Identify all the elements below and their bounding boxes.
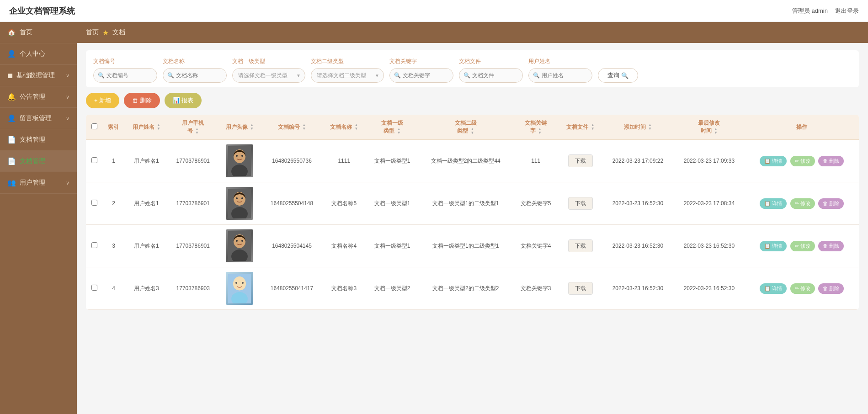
row-checkbox[interactable] [91,285,97,291]
detail-button[interactable]: 📋 详情 [760,241,787,251]
svg-point-19 [242,282,244,284]
search-icon-2: 🔍 [167,72,174,79]
report-label: 📊 报表 [173,96,194,105]
header-doc-type2[interactable]: 文档二级类型 ▲▼ [419,115,513,140]
detail-button[interactable]: 📋 详情 [760,156,787,166]
query-button[interactable]: 查询 🔍 [598,68,638,83]
cell-modify-time: 2022-03-23 17:09:33 [673,140,745,182]
search-icon: 🔍 [98,72,105,79]
sidebar-item-basic-data[interactable]: ◼ 基础数据管理 [0,65,77,86]
cell-index: 4 [102,267,125,310]
query-icon: 🔍 [621,72,628,79]
row-checkbox-cell [86,225,102,267]
cell-phone: 17703786901 [168,140,218,182]
sidebar-item-doc-manage[interactable]: 📄 文档管理 [0,129,77,151]
cell-doc-file: 下载 [559,182,602,225]
header-doc-keyword[interactable]: 文档关键字 ▲▼ [513,115,559,140]
edit-button[interactable]: ✏ 修改 [790,241,815,251]
cell-doc-number: 1648025504141​7 [261,267,323,310]
download-button[interactable]: 下载 [568,239,593,252]
batch-delete-button[interactable]: 🗑 删除 [124,93,160,108]
download-button[interactable]: 下载 [568,154,593,167]
cell-doc-type1: 文档一级类型2 [366,267,419,310]
users-icon: 👥 [7,179,16,187]
breadcrumb: 首页 ★ 文档 [77,22,868,43]
header-doc-name[interactable]: 文档名称 ▲▼ [322,115,366,140]
header-username[interactable]: 用户姓名 ▲▼ [125,115,168,140]
edit-button[interactable]: ✏ 修改 [790,198,815,209]
cell-username: 用户姓名1 [125,225,168,267]
table-header-row: 索引 用户姓名 ▲▼ 用户手机号 ▲▼ 用户头像 [86,115,859,140]
filter-label-doc-type1: 文档一级类型 [232,58,305,65]
table-row: 4 用户姓名3 17703786903 1648025504141​7 文档名称… [86,267,859,310]
detail-button[interactable]: 📋 详情 [760,283,787,294]
filter-label-doc-file: 文档文件 [459,58,523,65]
filter-input-wrap-doc-name: 🔍 [163,68,227,83]
logout-button[interactable]: 退出登录 [835,7,859,15]
edit-button[interactable]: ✏ 修改 [790,283,815,294]
sidebar-item-profile[interactable]: 👤 个人中心 [0,43,77,65]
delete-row-button[interactable]: 🗑 删除 [818,198,844,209]
filter-input-wrap-username: 🔍 [528,68,592,83]
sidebar-item-doc-manage-active[interactable]: 📄 文档管理 [0,151,77,172]
header-checkbox-cell [86,115,102,140]
row-checkbox[interactable] [91,200,97,206]
detail-button[interactable]: 📋 详情 [760,198,787,209]
user-label: 管理员 admin [792,7,828,15]
cell-doc-type2: 文档一级类型1的二级类型1 [419,225,513,267]
user-area: 管理员 admin 退出登录 [792,7,859,15]
delete-row-button[interactable]: 🗑 删除 [818,241,844,251]
filter-label-doc-name: 文档名称 [163,58,227,65]
report-button[interactable]: 📊 报表 [165,93,202,108]
header-phone[interactable]: 用户手机号 ▲▼ [168,115,218,140]
add-button[interactable]: + 新增 [86,93,119,108]
header-add-time[interactable]: 添加时间 ▲▼ [602,115,673,140]
header-doc-number[interactable]: 文档编号 ▲▼ [261,115,323,140]
avatar [226,144,253,177]
filter-row: 文档编号 🔍 文档名称 🔍 [93,58,852,83]
delete-label: 🗑 删除 [132,96,152,105]
table-row: 2 用户姓名1 17703786901 1648025550414​8 文档名称… [86,182,859,225]
row-checkbox[interactable] [91,242,97,248]
search-icon-5: 🔍 [533,72,540,79]
delete-row-button[interactable]: 🗑 删除 [818,283,844,294]
select-all-checkbox[interactable] [91,123,97,129]
page-body: 文档编号 🔍 文档名称 🔍 [77,43,868,414]
cell-avatar [218,140,261,182]
header-doc-file[interactable]: 文档文件 ▲▼ [559,115,602,140]
data-table-wrap: 索引 用户姓名 ▲▼ 用户手机号 ▲▼ 用户头像 [86,115,859,310]
sidebar-item-home[interactable]: 🏠 首页 [0,22,77,43]
app-title: 企业文档管理系统 [9,5,75,16]
row-checkbox[interactable] [91,157,97,163]
sidebar-item-user-manage[interactable]: 👥 用户管理 [0,172,77,194]
sidebar-item-notice[interactable]: 🔔 公告管理 [0,86,77,108]
doc-type2-select[interactable]: 请选择文档二级类型 [311,68,384,83]
cell-username: 用户姓名1 [125,140,168,182]
sidebar-item-guestbook[interactable]: 👤 留言板管理 [0,108,77,129]
header-modify-time[interactable]: 最后修改时间 ▲▼ [673,115,745,140]
sort-icon-3: ▲▼ [250,123,254,131]
header-doc-type1[interactable]: 文档一级类型 ▲▼ [366,115,419,140]
cell-doc-type2: 文档一级类型1的二级类型1 [419,182,513,225]
download-button[interactable]: 下载 [568,197,593,210]
sort-icon-4: ▲▼ [302,123,306,131]
sidebar-item-label: 留言板管理 [20,114,52,122]
download-button[interactable]: 下载 [568,282,593,295]
sidebar-item-label: 个人中心 [20,50,45,58]
cell-add-time: 2022-03-23 16:52:30 [602,225,673,267]
svg-point-4 [241,155,243,157]
header-avatar[interactable]: 用户头像 ▲▼ [218,115,261,140]
doc-type1-select[interactable]: 请选择文档一级类型 文档一级类型1 文档一级类型2 [232,68,305,83]
filter-input-wrap-doc-keyword: 🔍 [389,68,453,83]
edit-button[interactable]: ✏ 修改 [790,156,815,166]
sidebar-item-label: 公告管理 [20,93,45,101]
svg-point-3 [236,155,238,157]
cell-modify-time: 2022-03-23 16:52:30 [673,267,745,310]
breadcrumb-home: 首页 [86,28,99,37]
delete-row-button[interactable]: 🗑 删除 [818,156,844,166]
cell-doc-keyword: 文档关键字3 [513,267,559,310]
breadcrumb-current: 文档 [112,28,125,37]
filter-area: 文档编号 🔍 文档名称 🔍 [86,50,859,87]
row-checkbox-cell [86,140,102,182]
cell-doc-file: 下载 [559,225,602,267]
